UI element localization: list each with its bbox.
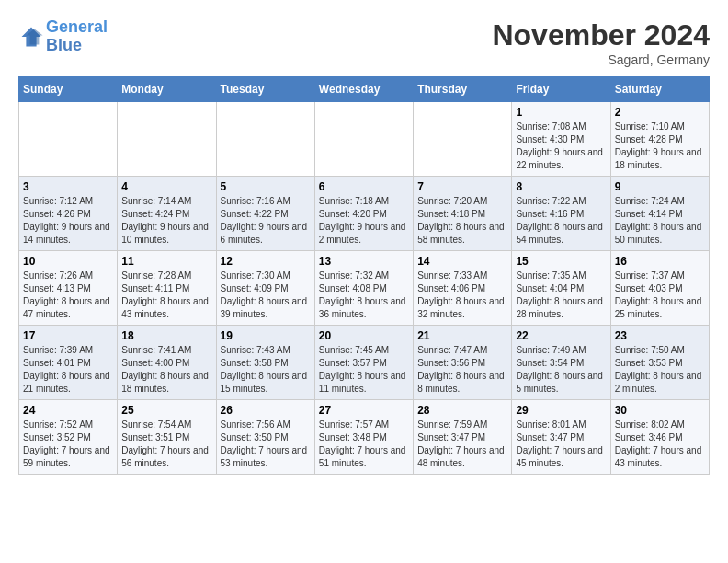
day-info: Sunrise: 7:43 AM Sunset: 3:58 PM Dayligh… (221, 344, 311, 396)
day-header-saturday: Saturday (610, 77, 709, 102)
day-cell: 21Sunrise: 7:47 AM Sunset: 3:56 PM Dayli… (414, 326, 512, 400)
day-number: 3 (23, 180, 113, 193)
day-number: 13 (319, 255, 409, 268)
day-cell: 8Sunrise: 7:22 AM Sunset: 4:16 PM Daylig… (512, 177, 610, 251)
page-header: General Blue November 2024 Sagard, Germa… (18, 18, 710, 67)
week-row-4: 17Sunrise: 7:39 AM Sunset: 4:01 PM Dayli… (19, 326, 710, 400)
day-cell: 13Sunrise: 7:32 AM Sunset: 4:08 PM Dayli… (314, 251, 413, 326)
day-info: Sunrise: 7:47 AM Sunset: 3:56 PM Dayligh… (417, 344, 507, 396)
day-cell: 23Sunrise: 7:50 AM Sunset: 3:53 PM Dayli… (610, 326, 709, 400)
day-cell: 10Sunrise: 7:26 AM Sunset: 4:13 PM Dayli… (19, 251, 118, 326)
day-info: Sunrise: 7:08 AM Sunset: 4:30 PM Dayligh… (516, 121, 606, 172)
day-info: Sunrise: 7:39 AM Sunset: 4:01 PM Dayligh… (23, 344, 113, 396)
day-cell: 4Sunrise: 7:14 AM Sunset: 4:24 PM Daylig… (118, 177, 216, 251)
day-cell: 15Sunrise: 7:35 AM Sunset: 4:04 PM Dayli… (512, 251, 610, 326)
day-cell: 29Sunrise: 8:01 AM Sunset: 3:47 PM Dayli… (512, 400, 610, 475)
day-info: Sunrise: 7:10 AM Sunset: 4:28 PM Dayligh… (615, 121, 705, 172)
day-number: 12 (221, 255, 311, 268)
day-number: 11 (121, 255, 211, 268)
day-cell (414, 102, 512, 177)
day-number: 25 (121, 404, 211, 417)
day-number: 2 (615, 106, 705, 119)
day-info: Sunrise: 7:14 AM Sunset: 4:24 PM Dayligh… (121, 195, 211, 247)
day-number: 30 (615, 404, 705, 417)
day-number: 18 (121, 329, 211, 342)
day-cell: 9Sunrise: 7:24 AM Sunset: 4:14 PM Daylig… (610, 177, 709, 251)
day-cell: 25Sunrise: 7:54 AM Sunset: 3:51 PM Dayli… (118, 400, 216, 475)
day-cell: 3Sunrise: 7:12 AM Sunset: 4:26 PM Daylig… (19, 177, 118, 251)
day-cell: 6Sunrise: 7:18 AM Sunset: 4:20 PM Daylig… (314, 177, 413, 251)
day-info: Sunrise: 7:37 AM Sunset: 4:03 PM Dayligh… (615, 270, 705, 321)
logo-line2: Blue (46, 36, 82, 54)
day-header-friday: Friday (512, 77, 610, 102)
day-cell: 27Sunrise: 7:57 AM Sunset: 3:48 PM Dayli… (314, 400, 413, 475)
day-header-thursday: Thursday (414, 77, 512, 102)
day-number: 28 (417, 404, 507, 417)
day-number: 5 (221, 180, 311, 193)
title-area: November 2024 Sagard, Germany (492, 18, 710, 67)
day-cell: 14Sunrise: 7:33 AM Sunset: 4:06 PM Dayli… (414, 251, 512, 326)
day-number: 9 (615, 180, 705, 193)
day-number: 6 (319, 180, 409, 193)
day-info: Sunrise: 7:22 AM Sunset: 4:16 PM Dayligh… (516, 195, 606, 247)
week-row-5: 24Sunrise: 7:52 AM Sunset: 3:52 PM Dayli… (19, 400, 710, 475)
day-cell (118, 102, 216, 177)
day-number: 1 (516, 106, 606, 119)
day-info: Sunrise: 7:56 AM Sunset: 3:50 PM Dayligh… (221, 419, 311, 470)
logo: General Blue (18, 18, 108, 55)
day-cell (314, 102, 413, 177)
day-info: Sunrise: 7:50 AM Sunset: 3:53 PM Dayligh… (615, 344, 705, 396)
day-cell: 16Sunrise: 7:37 AM Sunset: 4:03 PM Dayli… (610, 251, 709, 326)
day-cell: 7Sunrise: 7:20 AM Sunset: 4:18 PM Daylig… (414, 177, 512, 251)
day-info: Sunrise: 7:26 AM Sunset: 4:13 PM Dayligh… (23, 270, 113, 321)
day-number: 16 (615, 255, 705, 268)
logo-text: General Blue (46, 18, 108, 55)
day-info: Sunrise: 7:24 AM Sunset: 4:14 PM Dayligh… (615, 195, 705, 247)
day-number: 17 (23, 329, 113, 342)
day-number: 22 (516, 329, 606, 342)
day-info: Sunrise: 7:54 AM Sunset: 3:51 PM Dayligh… (121, 419, 211, 470)
day-info: Sunrise: 7:57 AM Sunset: 3:48 PM Dayligh… (319, 419, 409, 470)
calendar-table: SundayMondayTuesdayWednesdayThursdayFrid… (18, 76, 710, 475)
day-number: 8 (516, 180, 606, 193)
day-number: 27 (319, 404, 409, 417)
day-header-monday: Monday (118, 77, 216, 102)
logo-line1: General (46, 17, 108, 36)
day-number: 19 (221, 329, 311, 342)
day-info: Sunrise: 7:45 AM Sunset: 3:57 PM Dayligh… (319, 344, 409, 396)
day-info: Sunrise: 7:20 AM Sunset: 4:18 PM Dayligh… (417, 195, 507, 247)
day-number: 21 (417, 329, 507, 342)
day-cell: 19Sunrise: 7:43 AM Sunset: 3:58 PM Dayli… (216, 326, 314, 400)
day-number: 23 (615, 329, 705, 342)
day-info: Sunrise: 8:01 AM Sunset: 3:47 PM Dayligh… (516, 419, 606, 470)
day-cell: 20Sunrise: 7:45 AM Sunset: 3:57 PM Dayli… (314, 326, 413, 400)
day-number: 15 (516, 255, 606, 268)
day-number: 29 (516, 404, 606, 417)
day-number: 26 (221, 404, 311, 417)
day-info: Sunrise: 7:30 AM Sunset: 4:09 PM Dayligh… (221, 270, 311, 321)
day-cell: 17Sunrise: 7:39 AM Sunset: 4:01 PM Dayli… (19, 326, 118, 400)
day-cell: 30Sunrise: 8:02 AM Sunset: 3:46 PM Dayli… (610, 400, 709, 475)
day-number: 10 (23, 255, 113, 268)
day-cell: 12Sunrise: 7:30 AM Sunset: 4:09 PM Dayli… (216, 251, 314, 326)
month-title: November 2024 (492, 18, 710, 52)
day-cell: 1Sunrise: 7:08 AM Sunset: 4:30 PM Daylig… (512, 102, 610, 177)
day-cell: 26Sunrise: 7:56 AM Sunset: 3:50 PM Dayli… (216, 400, 314, 475)
day-number: 7 (417, 180, 507, 193)
day-cell (19, 102, 118, 177)
day-info: Sunrise: 7:28 AM Sunset: 4:11 PM Dayligh… (121, 270, 211, 321)
week-row-2: 3Sunrise: 7:12 AM Sunset: 4:26 PM Daylig… (19, 177, 710, 251)
day-number: 20 (319, 329, 409, 342)
day-cell: 28Sunrise: 7:59 AM Sunset: 3:47 PM Dayli… (414, 400, 512, 475)
logo-icon (18, 24, 44, 50)
day-cell: 2Sunrise: 7:10 AM Sunset: 4:28 PM Daylig… (610, 102, 709, 177)
day-info: Sunrise: 7:52 AM Sunset: 3:52 PM Dayligh… (23, 419, 113, 470)
day-cell: 5Sunrise: 7:16 AM Sunset: 4:22 PM Daylig… (216, 177, 314, 251)
day-number: 14 (417, 255, 507, 268)
day-info: Sunrise: 7:41 AM Sunset: 4:00 PM Dayligh… (121, 344, 211, 396)
day-cell: 11Sunrise: 7:28 AM Sunset: 4:11 PM Dayli… (118, 251, 216, 326)
day-header-wednesday: Wednesday (314, 77, 413, 102)
day-info: Sunrise: 7:18 AM Sunset: 4:20 PM Dayligh… (319, 195, 409, 247)
day-info: Sunrise: 7:12 AM Sunset: 4:26 PM Dayligh… (23, 195, 113, 247)
day-header-tuesday: Tuesday (216, 77, 314, 102)
